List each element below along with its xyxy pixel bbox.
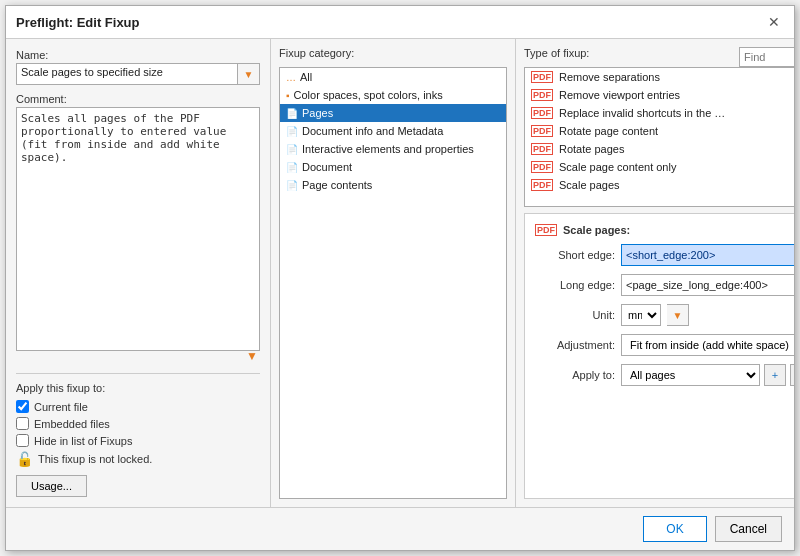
- usage-button[interactable]: Usage...: [16, 475, 87, 497]
- right-panel: Type of fixup: ✕ PDF Remove separations: [516, 39, 794, 507]
- usage-btn-area: Usage...: [16, 475, 260, 497]
- category-pages[interactable]: 📄 Pages: [280, 104, 506, 122]
- document-icon: 📄: [286, 162, 298, 173]
- dialog-title: Preflight: Edit Fixup: [16, 15, 140, 30]
- type-remove-viewport[interactable]: PDF Remove viewport entries: [525, 86, 794, 104]
- category-docinfo[interactable]: 📄 Document info and Metadata: [280, 122, 506, 140]
- category-pagecontents-label: Page contents: [302, 179, 372, 191]
- type-rotate-content-label: Rotate page content: [559, 125, 658, 137]
- apply-section: Apply this fixup to: Current file Embedd…: [16, 373, 260, 497]
- category-interactive[interactable]: 📄 Interactive elements and properties: [280, 140, 506, 158]
- lock-text: This fixup is not locked.: [38, 453, 152, 465]
- unit-select[interactable]: mm pt in: [621, 304, 661, 326]
- long-edge-input[interactable]: [621, 274, 794, 296]
- embedded-files-checkbox[interactable]: [16, 417, 29, 430]
- close-button[interactable]: ✕: [764, 12, 784, 32]
- name-select-row: Scale pages to specified size ▼: [16, 63, 260, 85]
- name-field-group: Name: Scale pages to specified size ▼: [16, 49, 260, 85]
- type-list-area: PDF Remove separations PDF Remove viewpo…: [524, 67, 794, 207]
- type-label-find-row: Type of fixup: ✕: [524, 47, 794, 67]
- name-label: Name:: [16, 49, 260, 61]
- type-remove-viewport-label: Remove viewport entries: [559, 89, 680, 101]
- ok-button[interactable]: OK: [643, 516, 706, 542]
- hide-checkbox[interactable]: [16, 434, 29, 447]
- category-document-label: Document: [302, 161, 352, 173]
- apply-add-button[interactable]: +: [764, 364, 786, 386]
- category-all[interactable]: … All: [280, 68, 506, 86]
- name-select[interactable]: Scale pages to specified size: [16, 63, 238, 85]
- scale-section-icon: PDF: [535, 224, 557, 236]
- type-rotate-pages[interactable]: PDF Rotate pages: [525, 140, 794, 158]
- type-scale-pages[interactable]: PDF Scale pages: [525, 176, 794, 194]
- type-fixup-list[interactable]: PDF Remove separations PDF Remove viewpo…: [524, 67, 794, 207]
- comment-label: Comment:: [16, 93, 260, 105]
- preflight-edit-fixup-dialog: Preflight: Edit Fixup ✕ Name: Scale page…: [5, 5, 795, 551]
- fixup-category-list[interactable]: … All ▪ Color spaces, spot colors, inks …: [279, 67, 507, 499]
- long-edge-label: Long edge:: [535, 279, 615, 291]
- type-scale-content-label: Scale page content only: [559, 161, 676, 173]
- category-document[interactable]: 📄 Document: [280, 158, 506, 176]
- short-edge-input[interactable]: [621, 244, 794, 266]
- colors-icon: ▪: [286, 90, 290, 101]
- scroll-down-arrow: ▼: [244, 347, 260, 365]
- comment-textarea[interactable]: [16, 107, 260, 351]
- replace-shortcuts-icon: PDF: [531, 107, 553, 119]
- rotate-content-icon: PDF: [531, 125, 553, 137]
- type-rotate-pages-label: Rotate pages: [559, 143, 624, 155]
- interactive-icon: 📄: [286, 144, 298, 155]
- remove-sep-icon: PDF: [531, 71, 553, 83]
- scroll-arrow-area: ▼: [16, 347, 260, 365]
- category-all-label: All: [300, 71, 312, 83]
- bottom-bar: OK Cancel: [6, 507, 794, 550]
- unit-dropdown[interactable]: ▼: [667, 304, 689, 326]
- category-pagecontents[interactable]: 📄 Page contents: [280, 176, 506, 194]
- adjustment-label: Adjustment:: [535, 339, 615, 351]
- category-interactive-label: Interactive elements and properties: [302, 143, 474, 155]
- apply-to-select[interactable]: All pages Odd pages Even pages: [621, 364, 760, 386]
- unit-label: Unit:: [535, 309, 615, 321]
- long-edge-row: Long edge: ▼: [535, 274, 794, 296]
- adjustment-row: Adjustment: Fit from inside (add white s…: [535, 334, 794, 356]
- find-input[interactable]: [739, 47, 794, 67]
- current-file-checkbox[interactable]: [16, 400, 29, 413]
- scale-section-title-text: Scale pages:: [563, 224, 630, 236]
- pagecontents-icon: 📄: [286, 180, 298, 191]
- scale-pages-section: PDF Scale pages: Short edge: ▼ Long edge…: [524, 213, 794, 499]
- current-file-label: Current file: [34, 401, 88, 413]
- scale-content-icon: PDF: [531, 161, 553, 173]
- embedded-files-label: Embedded files: [34, 418, 110, 430]
- apply-to-controls: All pages Odd pages Even pages + ▦ ✎: [621, 364, 794, 386]
- apply-to-label: Apply to:: [535, 369, 615, 381]
- title-bar: Preflight: Edit Fixup ✕: [6, 6, 794, 39]
- type-fixup-label: Type of fixup:: [524, 47, 733, 59]
- cancel-button[interactable]: Cancel: [715, 516, 782, 542]
- name-dropdown-btn[interactable]: ▼: [238, 63, 260, 85]
- category-colors[interactable]: ▪ Color spaces, spot colors, inks: [280, 86, 506, 104]
- find-area: ✕: [739, 47, 794, 67]
- rotate-pages-icon: PDF: [531, 143, 553, 155]
- remove-viewport-icon: PDF: [531, 89, 553, 101]
- comment-area: ▼: [16, 107, 260, 365]
- unit-row: Unit: mm pt in ▼: [535, 304, 794, 326]
- type-rotate-content[interactable]: PDF Rotate page content: [525, 122, 794, 140]
- type-replace-shortcuts-label: Replace invalid shortcuts in the "Filter…: [559, 107, 729, 119]
- all-icon: …: [286, 72, 296, 83]
- hide-row: Hide in list of Fixups: [16, 434, 260, 447]
- apply-edit-button[interactable]: ▦: [790, 364, 794, 386]
- type-scale-pages-label: Scale pages: [559, 179, 620, 191]
- current-file-row: Current file: [16, 400, 260, 413]
- apply-to-row: Apply to: All pages Odd pages Even pages…: [535, 364, 794, 386]
- scale-pages-icon: PDF: [531, 179, 553, 191]
- find-input-row: ✕: [739, 47, 794, 67]
- type-remove-sep[interactable]: PDF Remove separations: [525, 68, 794, 86]
- lock-icon: 🔓: [16, 451, 33, 467]
- type-fixup-area: Type of fixup: ✕ PDF Remove separations: [524, 47, 794, 207]
- adjustment-select[interactable]: Fit from inside (add white space) Fit fr…: [621, 334, 794, 356]
- embedded-files-row: Embedded files: [16, 417, 260, 430]
- pages-icon: 📄: [286, 108, 298, 119]
- category-docinfo-label: Document info and Metadata: [302, 125, 443, 137]
- type-scale-content[interactable]: PDF Scale page content only: [525, 158, 794, 176]
- short-edge-label: Short edge:: [535, 249, 615, 261]
- middle-panel: Fixup category: … All ▪ Color spaces, sp…: [271, 39, 516, 507]
- type-replace-shortcuts[interactable]: PDF Replace invalid shortcuts in the "Fi…: [525, 104, 794, 122]
